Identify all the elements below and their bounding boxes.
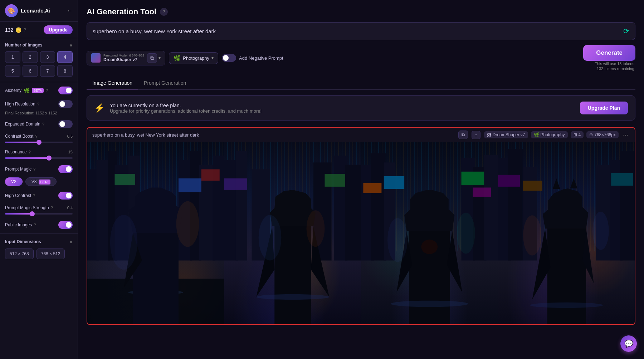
style-dropdown-chevron[interactable]: ▾ [211,55,214,60]
resonance-slider[interactable] [0,155,78,162]
svg-rect-22 [345,165,361,261]
prompt-magic-help-icon[interactable]: ? [33,167,35,171]
svg-rect-55 [620,151,635,261]
model-copy-button[interactable]: ⧉ [147,53,157,63]
style-meta-icon: 🌿 [534,132,539,137]
title-help-icon[interactable]: ? [160,8,168,16]
num-btn-8[interactable]: 8 [57,65,73,77]
num-btn-6[interactable]: 6 [23,65,38,77]
svg-rect-20 [235,151,247,261]
sidebar-header: 🎨 Leonardo.Ai ← [0,0,78,22]
style-icon: 🌿 [174,55,181,62]
num-images-chevron[interactable]: ∧ [69,43,73,48]
alchemy-label: Alchemy [5,88,21,93]
expanded-domain-row: Expanded Domain ? [0,117,78,131]
banner-upgrade-button[interactable]: Upgrade Plan [580,102,628,114]
image-cell-3[interactable] [361,142,498,324]
resonance-label: Resonance ? [5,149,31,154]
result-up-button[interactable]: ↑ [472,131,480,139]
model-dims: ⊕640×832 [129,54,144,57]
svg-rect-9 [179,178,201,192]
expanded-domain-help-icon[interactable]: ? [42,122,44,126]
num-images-grid: 1 2 3 4 5 6 7 8 [0,50,78,80]
alchemy-toggle[interactable] [58,87,73,94]
credits-row: 132 🪙 ? Upgrade [0,22,78,38]
public-images-toggle[interactable] [58,221,73,229]
alchemy-beta-badge: BETA [32,88,44,93]
high-contrast-label: High Contrast ? [5,193,35,198]
contrast-boost-row-header: Contrast Boost ? 0.5 [0,131,78,139]
negative-prompt-label: Add Negative Prompt [239,55,283,61]
num-btn-1[interactable]: 1 [5,51,20,63]
negative-prompt-row: Add Negative Prompt [222,54,283,62]
prompt-magic-strength-slider[interactable] [0,211,78,218]
style-selector[interactable]: 🌿 Photography ▾ [169,52,218,64]
token-use-label: This will use 18 tokens. [595,62,635,66]
lightning-icon: ⚡ [94,103,105,113]
upgrade-button[interactable]: Upgrade [44,25,73,34]
svg-rect-53 [508,149,523,260]
credits-help-icon[interactable]: ? [24,28,26,33]
num-btn-2[interactable]: 2 [23,51,38,63]
alchemy-icon: 🌿 [24,88,30,93]
high-res-help-icon[interactable]: ? [37,102,39,106]
svg-rect-59 [611,173,633,186]
image-cell-1[interactable] [87,142,224,324]
final-resolution-label: Final Resolution: 1152 x 1152 [0,111,78,117]
result-style-tag: 🌿 Photography [531,131,568,138]
contrast-boost-slider[interactable] [0,139,78,147]
image-cell-4[interactable] [498,142,635,324]
logo-avatar: 🎨 [5,4,18,17]
version-v2-button[interactable]: V2 [5,177,23,186]
prompt-bar[interactable]: ⟳ [87,22,635,40]
result-meta: 🖼 DreamShaper v7 🌿 Photography ⊞ 4 ⊕ 768… [484,131,630,139]
num-btn-5[interactable]: 5 [5,65,20,77]
resonance-help-icon[interactable]: ? [29,150,31,154]
high-resolution-toggle[interactable] [58,100,73,108]
result-model-tag: 🖼 DreamShaper v7 [484,131,528,138]
public-images-help-icon[interactable]: ? [34,223,36,227]
high-contrast-help-icon[interactable]: ? [33,193,35,198]
svg-rect-43 [473,188,491,197]
model-selector[interactable]: Finetuned Model ⊕640×832 DreamShaper v7 … [87,51,165,65]
dim-512x768-button[interactable]: 512 × 768 [5,249,34,259]
version-buttons: V2 V3 BETA [0,176,78,189]
prompt-magic-toggle[interactable] [58,165,73,173]
version-v3-button[interactable]: V3 BETA [25,177,57,186]
expanded-domain-toggle[interactable] [58,120,73,128]
input-dimensions-chevron[interactable]: ∧ [69,239,73,244]
tab-image-generation[interactable]: Image Generation [87,77,138,89]
result-card: superhero on a busy, wet New York street… [87,127,635,325]
logo-text: Leonardo.Ai [21,8,50,14]
alchemy-help-icon[interactable]: ? [46,88,48,93]
num-btn-7[interactable]: 7 [40,65,55,77]
result-prompt-text: superhero on a busy, wet New York street… [92,132,455,138]
prompt-magic-strength-help-icon[interactable]: ? [51,206,53,210]
prompt-input[interactable] [93,28,623,34]
input-dimensions-section-header: Input Dimensions ∧ [0,235,78,246]
toolbar-row: Finetuned Model ⊕640×832 DreamShaper v7 … [87,45,635,71]
svg-point-46 [421,240,438,254]
back-button[interactable]: ← [67,8,73,14]
chat-bubble[interactable]: 💬 [620,335,637,352]
svg-rect-35 [371,153,386,261]
image-cell-2[interactable] [224,142,361,324]
dim-768x512-button[interactable]: 768 × 512 [36,249,65,259]
model-dropdown-chevron[interactable]: ▾ [158,55,161,60]
high-contrast-toggle[interactable] [58,192,73,200]
num-btn-3[interactable]: 3 [40,51,55,63]
prompt-regenerate-icon[interactable]: ⟳ [623,27,629,35]
alchemy-row: Alchemy 🌿 BETA ? [0,84,78,97]
num-btn-4[interactable]: 4 [57,51,73,63]
negative-prompt-toggle[interactable] [222,54,236,62]
prompt-magic-strength-label: Prompt Magic Strength ? [5,205,53,210]
contrast-boost-help-icon[interactable]: ? [35,134,37,138]
result-more-button[interactable]: ··· [621,131,630,139]
model-info: Finetuned Model ⊕640×832 DreamShaper v7 [103,54,144,62]
main-header: AI Generation Tool ? [87,7,635,16]
svg-point-32 [258,215,281,261]
svg-rect-26 [325,174,345,187]
tab-prompt-generation[interactable]: Prompt Generation [138,77,192,89]
result-copy-button[interactable]: ⧉ [458,131,468,139]
generate-button[interactable]: Generate [583,45,635,61]
